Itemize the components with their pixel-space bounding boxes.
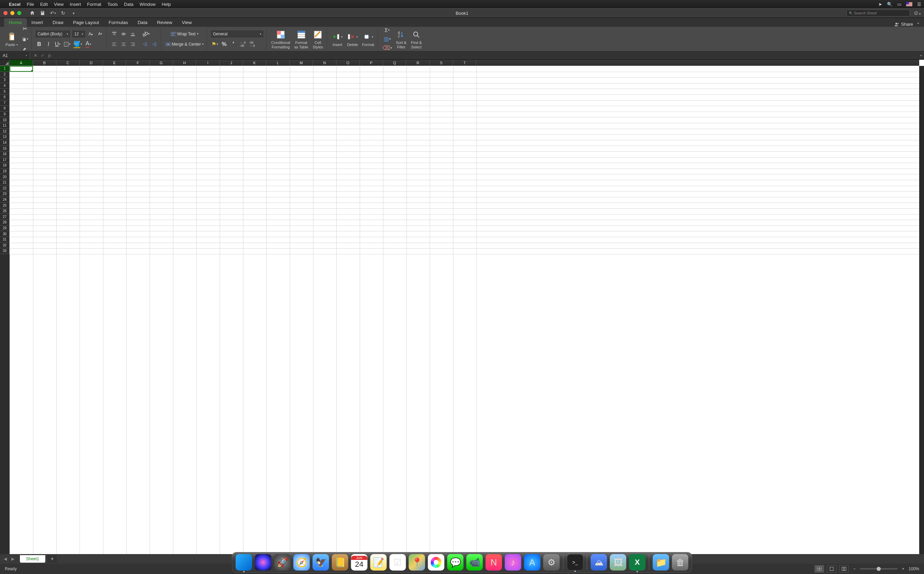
dock-messages[interactable]: 💬 xyxy=(447,554,464,571)
dock-mail[interactable]: 🦅 xyxy=(313,554,329,571)
menu-data[interactable]: Data xyxy=(124,2,133,7)
dock-safari[interactable]: 🧭 xyxy=(293,554,310,571)
qat-redo-icon[interactable]: ↻ xyxy=(60,10,66,16)
row-header[interactable]: 33 xyxy=(0,248,9,254)
column-header[interactable]: R xyxy=(406,60,430,66)
dock-reminders[interactable]: ☑︎ xyxy=(390,554,406,571)
tab-formulas[interactable]: Formulas xyxy=(104,18,133,27)
column-header[interactable]: F xyxy=(126,60,150,66)
search-sheet-input[interactable]: Search Sheet xyxy=(847,9,910,16)
increase-indent-button[interactable] xyxy=(150,40,159,49)
view-pagelayout-button[interactable] xyxy=(827,565,836,572)
row-header[interactable]: 16 xyxy=(0,151,9,157)
row-header[interactable]: 28 xyxy=(0,220,9,226)
view-pagebreak-button[interactable] xyxy=(839,565,849,572)
formula-input[interactable] xyxy=(55,52,918,59)
menu-edit[interactable]: Edit xyxy=(40,2,48,7)
insert-cells-button[interactable]: ▾ Insert xyxy=(331,31,344,47)
row-header[interactable]: 23 xyxy=(0,191,9,197)
align-top-button[interactable] xyxy=(110,30,118,38)
align-bottom-button[interactable] xyxy=(129,30,137,38)
dock-launchpad[interactable]: 🚀 xyxy=(274,554,291,571)
dock-downloads[interactable]: 📁 xyxy=(653,554,669,571)
row-header[interactable]: 1 xyxy=(0,66,9,72)
enter-formula-icon[interactable]: ✓ xyxy=(41,53,45,58)
borders-button[interactable]: ▾ xyxy=(63,40,71,49)
row-header[interactable]: 30 xyxy=(0,231,9,237)
column-headers[interactable]: ABCDEFGHIJKLMNOPQRST xyxy=(9,60,919,66)
find-select-button[interactable]: Find &Select xyxy=(409,29,423,49)
font-name-dropdown[interactable]: Calibri (Body)▾ xyxy=(35,30,71,38)
dock-appstore[interactable]: A xyxy=(524,554,541,571)
copy-button[interactable]: ▾ xyxy=(20,35,29,43)
column-header[interactable]: O xyxy=(336,60,360,66)
cell-styles-button[interactable]: CellStyles xyxy=(311,29,325,49)
underline-button[interactable]: U▾ xyxy=(54,40,62,49)
decrease-decimal-button[interactable]: .00→.0 xyxy=(248,40,256,49)
row-header[interactable]: 5 xyxy=(0,88,9,95)
column-header[interactable]: P xyxy=(360,60,383,66)
dock-excel[interactable]: X xyxy=(629,554,645,571)
menu-format[interactable]: Format xyxy=(87,2,101,7)
comma-button[interactable]: ʼ xyxy=(229,40,238,49)
dock-terminal[interactable]: >_ xyxy=(567,554,584,571)
align-center-button[interactable] xyxy=(120,40,128,49)
sheet-tab-active[interactable]: Sheet1 xyxy=(20,555,45,563)
row-header[interactable]: 3 xyxy=(0,77,9,83)
row-header[interactable]: 17 xyxy=(0,157,9,163)
row-header[interactable]: 11 xyxy=(0,123,9,129)
cursor-icon[interactable]: ➤ xyxy=(878,2,882,7)
column-header[interactable]: J xyxy=(220,60,243,66)
column-header[interactable]: K xyxy=(243,60,266,66)
dock-maps[interactable]: 📍 xyxy=(409,554,425,571)
bold-button[interactable]: B xyxy=(35,40,43,49)
spotlight-icon[interactable]: 🔍 xyxy=(887,2,893,7)
row-header[interactable]: 6 xyxy=(0,95,9,100)
row-header[interactable]: 21 xyxy=(0,180,9,186)
align-left-button[interactable] xyxy=(110,40,118,49)
column-header[interactable]: T xyxy=(453,60,476,66)
dock-siri[interactable] xyxy=(255,554,271,571)
qat-home-icon[interactable] xyxy=(30,10,35,16)
row-header[interactable]: 13 xyxy=(0,134,9,140)
tab-insert[interactable]: Insert xyxy=(27,18,48,27)
dock-notes[interactable]: 📝 xyxy=(370,554,387,571)
column-header[interactable]: N xyxy=(313,60,336,66)
row-header[interactable]: 8 xyxy=(0,106,9,112)
collapse-ribbon-icon[interactable]: ⌃ xyxy=(916,22,920,27)
column-header[interactable]: L xyxy=(266,60,290,66)
app-menu[interactable]: Excel xyxy=(9,2,20,7)
row-header[interactable]: 32 xyxy=(0,242,9,248)
menu-view[interactable]: View xyxy=(54,2,63,7)
merge-center-button[interactable]: Merge & Center▾ xyxy=(164,40,205,49)
qat-customize-icon[interactable]: ▾ xyxy=(71,10,76,16)
row-header[interactable]: 26 xyxy=(0,208,9,214)
dock-calendar[interactable]: JUN24 xyxy=(351,554,368,571)
row-header[interactable]: 31 xyxy=(0,237,9,243)
dock-photos[interactable] xyxy=(428,554,444,571)
qat-undo-icon[interactable]: ↶▾ xyxy=(50,10,56,16)
zoom-in-button[interactable]: + xyxy=(900,566,906,571)
vertical-scrollbar[interactable] xyxy=(919,66,924,554)
sheet-nav-prev-icon[interactable]: ◀ xyxy=(2,556,8,562)
sheet-nav-next-icon[interactable]: ▶ xyxy=(9,556,16,562)
accounting-button[interactable]: ⚑▾ xyxy=(210,40,219,49)
autosum-button[interactable]: Σ▾ xyxy=(381,26,393,34)
column-header[interactable]: Q xyxy=(383,60,406,66)
increase-decimal-button[interactable]: ←.0.00 xyxy=(239,40,247,49)
column-header[interactable]: G xyxy=(150,60,173,66)
row-header[interactable]: 24 xyxy=(0,197,9,203)
row-header[interactable]: 14 xyxy=(0,140,9,146)
expand-formula-bar-icon[interactable]: ▾ xyxy=(918,54,924,57)
dock-contacts[interactable]: 📒 xyxy=(332,554,348,571)
row-header[interactable]: 29 xyxy=(0,226,9,232)
zoom-level[interactable]: 100% xyxy=(908,566,919,571)
qat-save-icon[interactable] xyxy=(40,10,45,16)
italic-button[interactable]: I xyxy=(44,40,52,49)
tab-data[interactable]: Data xyxy=(133,18,153,27)
sort-filter-button[interactable]: AZ Sort &Filter xyxy=(394,29,408,49)
align-middle-button[interactable] xyxy=(120,30,128,38)
dock-screenshot[interactable]: ⛰ xyxy=(591,554,607,571)
tab-pagelayout[interactable]: Page Layout xyxy=(68,18,104,27)
clear-button[interactable]: ⌫▾ xyxy=(381,44,393,52)
